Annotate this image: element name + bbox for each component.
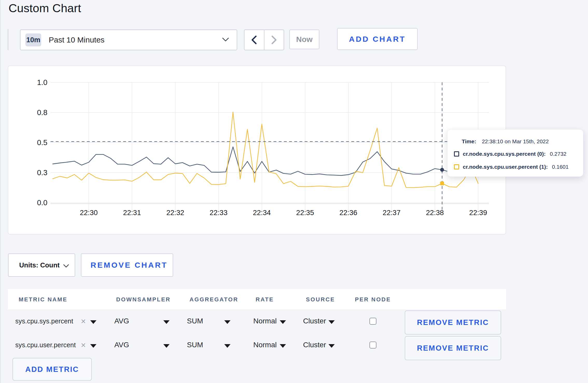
x-tick-label: 22:31 xyxy=(123,209,141,217)
tooltip-time-value: 22:38:10 on Mar 15th, 2022 xyxy=(482,138,549,144)
series-yellow-swatch-icon xyxy=(454,164,459,169)
x-tick-label: 22:37 xyxy=(383,209,401,217)
timeseries-chart[interactable]: 0.00.30.50.81.022:3022:3122:3222:3322:34… xyxy=(8,66,507,235)
chevron-left-icon xyxy=(251,36,257,44)
per-node-checkbox[interactable] xyxy=(369,342,376,349)
col-header-downsampler: DOWNSAMPLER xyxy=(116,296,171,303)
col-header-rate: RATE xyxy=(256,296,274,303)
chevron-right-icon xyxy=(271,36,277,44)
col-header-source: SOURCE xyxy=(306,296,335,303)
source-caret-icon[interactable] xyxy=(328,320,335,324)
metric-name-caret-icon[interactable] xyxy=(90,344,96,348)
downsampler-select[interactable]: AVG xyxy=(114,317,129,325)
time-range-badge: 10m xyxy=(25,33,41,46)
tooltip-series-row: cr.node.sys.cpu.user.percent (1): 0.1601 xyxy=(454,164,569,170)
rate-select[interactable]: Normal xyxy=(253,317,277,325)
time-range-dropdown[interactable]: 10m Past 10 Minutes xyxy=(20,30,237,50)
per-node-checkbox[interactable] xyxy=(369,318,376,325)
rate-select[interactable]: Normal xyxy=(253,341,277,349)
x-tick-label: 22:36 xyxy=(339,209,357,217)
chevron-down-icon xyxy=(222,37,229,42)
metrics-table-header: METRIC NAME DOWNSAMPLER AGGREGATOR RATE … xyxy=(8,289,506,309)
tooltip-series-value: 0.1601 xyxy=(552,164,569,170)
rate-caret-icon[interactable] xyxy=(280,320,286,324)
page-left-border xyxy=(0,0,1,383)
chart-card: 0.00.30.50.81.022:3022:3122:3222:3322:34… xyxy=(8,66,506,235)
now-button[interactable]: Now xyxy=(289,30,319,49)
time-range-next-button[interactable] xyxy=(264,30,284,50)
hover-marker-yellow xyxy=(440,181,444,185)
y-tick-label: 0.8 xyxy=(37,108,47,117)
downsampler-caret-icon[interactable] xyxy=(163,344,170,348)
x-tick-label: 22:38 xyxy=(426,209,444,217)
col-header-metric-name: METRIC NAME xyxy=(19,296,67,303)
metric-name-select[interactable]: sys.cpu.user.percent xyxy=(15,341,76,349)
x-tick-label: 22:34 xyxy=(253,209,271,217)
time-controls-divider xyxy=(8,29,8,50)
hover-marker-navy xyxy=(440,168,444,172)
aggregator-caret-icon[interactable] xyxy=(224,320,230,324)
metric-name-select[interactable]: sys.cpu.sys.percent xyxy=(15,317,73,325)
y-tick-label: 0.3 xyxy=(37,168,47,177)
x-tick-label: 22:39 xyxy=(469,209,487,217)
series-line xyxy=(53,112,478,188)
aggregator-select[interactable]: SUM xyxy=(187,341,203,349)
x-tick-label: 22:30 xyxy=(80,209,98,217)
add-metric-button[interactable]: ADD METRIC xyxy=(12,358,92,381)
units-dropdown-label: Units: Count xyxy=(19,261,60,269)
x-tick-label: 22:35 xyxy=(296,209,314,217)
downsampler-caret-icon[interactable] xyxy=(163,320,170,324)
chart-tooltip: Time:22:38:10 on Mar 15th, 2022 cr.node.… xyxy=(447,129,583,177)
rate-caret-icon[interactable] xyxy=(280,344,286,348)
source-select[interactable]: Cluster xyxy=(303,317,326,325)
source-caret-icon[interactable] xyxy=(328,344,335,348)
remove-chart-button[interactable]: REMOVE CHART xyxy=(81,253,173,277)
col-header-per-node: PER NODE xyxy=(355,296,391,303)
x-tick-label: 22:33 xyxy=(210,209,228,217)
col-header-aggregator: AGGREGATOR xyxy=(190,296,238,303)
source-select[interactable]: Cluster xyxy=(303,341,326,349)
clear-metric-icon[interactable]: ✕ xyxy=(81,318,86,325)
remove-metric-button[interactable]: REMOVE METRIC xyxy=(405,336,501,360)
tooltip-series-value: 0.2732 xyxy=(550,151,566,157)
tooltip-series-row: cr.node.sys.cpu.sys.percent (0): 0.2732 xyxy=(454,151,566,157)
y-tick-label: 1.0 xyxy=(37,78,47,87)
chevron-down-icon xyxy=(63,264,69,268)
aggregator-select[interactable]: SUM xyxy=(187,317,203,325)
add-chart-button[interactable]: ADD CHART xyxy=(337,28,418,50)
x-tick-label: 22:32 xyxy=(166,209,184,217)
remove-metric-button[interactable]: REMOVE METRIC xyxy=(405,310,501,335)
time-range-label: Past 10 Minutes xyxy=(49,36,104,44)
tooltip-time: Time:22:38:10 on Mar 15th, 2022 xyxy=(462,138,549,145)
metric-name-caret-icon[interactable] xyxy=(90,320,96,324)
y-tick-label: 0.5 xyxy=(37,138,47,147)
series-navy-swatch-icon xyxy=(454,151,459,157)
downsampler-select[interactable]: AVG xyxy=(114,341,129,349)
y-tick-label: 0.0 xyxy=(37,198,47,207)
units-dropdown[interactable]: Units: Count xyxy=(8,253,75,277)
page-title: Custom Chart xyxy=(9,2,81,15)
series-line xyxy=(53,147,478,175)
clear-metric-icon[interactable]: ✕ xyxy=(81,342,86,349)
time-range-prev-button[interactable] xyxy=(244,30,264,50)
time-range-arrows xyxy=(244,30,284,50)
aggregator-caret-icon[interactable] xyxy=(224,344,230,348)
